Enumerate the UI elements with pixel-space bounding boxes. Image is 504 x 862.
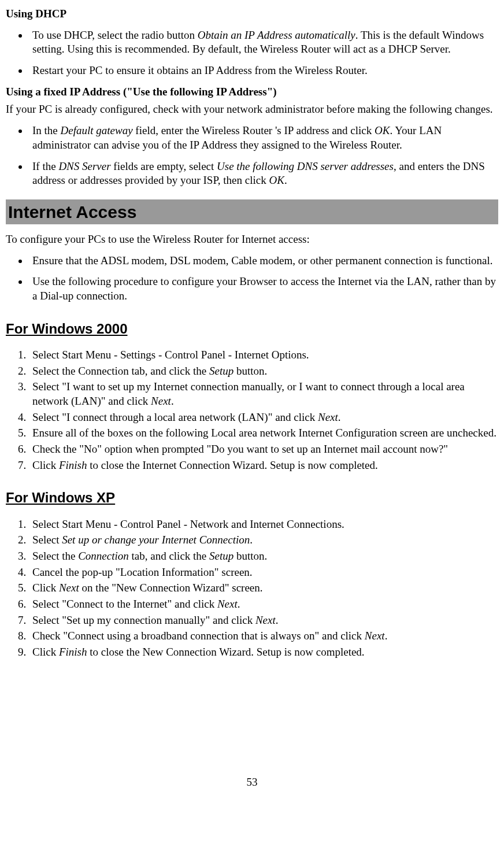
text: tab, and click the <box>129 550 209 562</box>
list-item: Cancel the pop-up "Location Information"… <box>29 565 498 580</box>
text-emphasis: Setup <box>209 365 234 377</box>
fixed-intro: If your PC is already configured, check … <box>6 102 498 117</box>
text: field, enter the Wireless Router 's IP a… <box>133 124 375 136</box>
list-item: Click Next on the "New Connection Wizard… <box>29 581 498 595</box>
list-item: Select Start Menu - Settings - Control P… <box>29 348 498 362</box>
text: Check the "No" option when prompted "Do … <box>32 443 448 455</box>
internet-list: Ensure that the ADSL modem, DSL modem, C… <box>6 254 498 304</box>
list-item: Ensure that the ADSL modem, DSL modem, C… <box>29 254 498 268</box>
internet-intro: To configure your PCs to use the Wireles… <box>6 232 498 247</box>
text: In the <box>32 124 61 136</box>
list-item: Select Set up or change your Internet Co… <box>29 533 498 547</box>
text: to close the New Connection Wizard. Setu… <box>87 646 364 658</box>
text-emphasis: Setup <box>209 550 234 562</box>
list-item: Click Finish to close the Internet Conne… <box>29 458 498 473</box>
text-emphasis: Next <box>59 582 79 594</box>
win2000-steps: Select Start Menu - Settings - Control P… <box>6 348 498 473</box>
text: Select <box>32 534 62 546</box>
text: on the "New Connection Wizard" screen. <box>79 582 263 594</box>
text-emphasis: Next <box>151 395 171 407</box>
text: button. <box>234 365 267 377</box>
text-emphasis: OK <box>269 174 284 186</box>
win2000-heading: For Windows 2000 <box>6 320 498 338</box>
dhcp-title: Using DHCP <box>6 7 498 21</box>
list-item: Select Start Menu - Control Panel - Netw… <box>29 517 498 532</box>
text: Select "Set up my connection manually" a… <box>32 614 255 626</box>
list-item: Use the following procedure to configure… <box>29 275 498 303</box>
text: . <box>284 174 287 186</box>
list-item: Restart your PC to ensure it obtains an … <box>29 64 498 78</box>
text-emphasis: Next <box>255 614 276 626</box>
list-item: If the DNS Server fields are empty, sele… <box>29 160 498 188</box>
text-emphasis: Next <box>217 598 238 610</box>
text-emphasis: Use the following DNS server addresses <box>217 160 394 172</box>
page-number: 53 <box>6 775 498 790</box>
text: . <box>250 534 253 546</box>
text: . <box>385 630 388 642</box>
text-emphasis: Next <box>318 411 338 423</box>
list-item: To use DHCP, select the radio button Obt… <box>29 28 498 57</box>
text: . <box>238 598 240 610</box>
text: To use DHCP, select the radio button <box>32 29 198 41</box>
text: Check "Connect using a broadband connect… <box>32 630 365 642</box>
text: Restart your PC to ensure it obtains an … <box>32 64 368 76</box>
list-item: Select the Connection tab, and click the… <box>29 549 498 564</box>
text: Select "Connect to the Internet" and cli… <box>32 598 217 610</box>
text: If the <box>32 160 58 172</box>
list-item: Select "Connect to the Internet" and cli… <box>29 597 498 612</box>
text: Click <box>32 582 59 594</box>
text: . <box>276 614 279 626</box>
text-emphasis: OK <box>375 124 390 136</box>
list-item: In the Default gateway field, enter the … <box>29 124 498 152</box>
text-emphasis: Default gateway <box>61 124 133 136</box>
text-emphasis: Next <box>365 630 385 642</box>
text: to close the Internet Connection Wizard.… <box>87 459 377 471</box>
text-emphasis: Obtain an IP Address automatically <box>198 29 355 41</box>
list-item: Ensure all of the boxes on the following… <box>29 426 498 441</box>
list-item: Select the Connection tab, and click the… <box>29 364 498 379</box>
winxp-heading: For Windows XP <box>6 489 498 506</box>
list-item: Select "I connect through a local area n… <box>29 410 498 425</box>
text-emphasis: Set up or change your Internet Connectio… <box>62 534 250 546</box>
text: Click <box>32 646 59 658</box>
list-item: Click Finish to close the New Connection… <box>29 645 498 660</box>
text: fields are empty, select <box>111 160 217 172</box>
list-item: Check the "No" option when prompted "Do … <box>29 442 498 457</box>
text: Select Start Menu - Control Panel - Netw… <box>32 518 344 530</box>
text: Select "I connect through a local area n… <box>32 411 318 423</box>
text-emphasis: Finish <box>59 459 87 471</box>
text: . <box>338 411 341 423</box>
text-emphasis: Connection <box>78 550 129 562</box>
text: button. <box>234 550 267 562</box>
internet-access-heading: Internet Access <box>6 199 498 224</box>
text: Select the Connection tab, and click the <box>32 365 209 377</box>
text: . <box>171 395 174 407</box>
text: Select Start Menu - Settings - Control P… <box>32 349 309 361</box>
list-item: Select "Set up my connection manually" a… <box>29 613 498 628</box>
text-emphasis: Finish <box>59 646 87 658</box>
fixed-list: In the Default gateway field, enter the … <box>6 124 498 188</box>
text: Select "I want to set up my Internet con… <box>32 380 465 407</box>
text-emphasis: DNS Server <box>58 160 110 172</box>
text: Select the <box>32 550 78 562</box>
list-item: Select "I want to set up my Internet con… <box>29 380 498 408</box>
winxp-steps: Select Start Menu - Control Panel - Netw… <box>6 517 498 660</box>
fixed-title: Using a fixed IP Address ("Use the follo… <box>6 85 498 99</box>
text: Cancel the pop-up "Location Information"… <box>32 566 253 578</box>
text: Ensure all of the boxes on the following… <box>32 427 496 439</box>
list-item: Check "Connect using a broadband connect… <box>29 629 498 643</box>
text: Click <box>32 459 59 471</box>
dhcp-list: To use DHCP, select the radio button Obt… <box>6 28 498 78</box>
